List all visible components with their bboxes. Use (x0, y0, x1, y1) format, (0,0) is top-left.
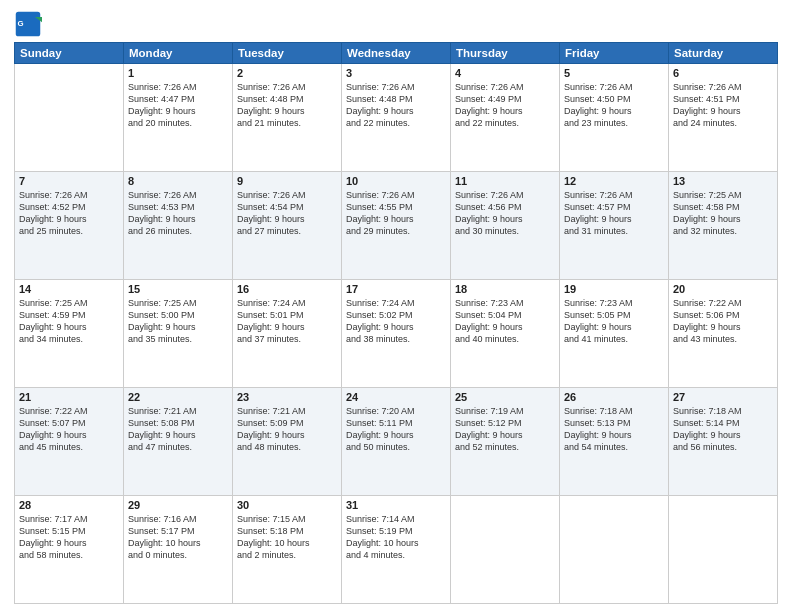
cell-line: Sunrise: 7:24 AM (237, 297, 337, 309)
week-row-3: 14Sunrise: 7:25 AMSunset: 4:59 PMDayligh… (15, 280, 778, 388)
day-cell: 5Sunrise: 7:26 AMSunset: 4:50 PMDaylight… (560, 64, 669, 172)
cell-line: Daylight: 9 hours (455, 213, 555, 225)
cell-line: Sunrise: 7:26 AM (128, 81, 228, 93)
day-number: 14 (19, 283, 119, 295)
day-cell: 3Sunrise: 7:26 AMSunset: 4:48 PMDaylight… (342, 64, 451, 172)
day-number: 20 (673, 283, 773, 295)
day-cell: 12Sunrise: 7:26 AMSunset: 4:57 PMDayligh… (560, 172, 669, 280)
cell-line: and 52 minutes. (455, 441, 555, 453)
cell-line: and 40 minutes. (455, 333, 555, 345)
cell-line: Daylight: 10 hours (237, 537, 337, 549)
day-number: 22 (128, 391, 228, 403)
day-number: 21 (19, 391, 119, 403)
cell-line: and 34 minutes. (19, 333, 119, 345)
cell-line: Sunrise: 7:22 AM (673, 297, 773, 309)
cell-line: Sunset: 4:49 PM (455, 93, 555, 105)
day-header-friday: Friday (560, 43, 669, 64)
cell-line: and 50 minutes. (346, 441, 446, 453)
cell-line: Sunset: 4:55 PM (346, 201, 446, 213)
cell-line: Sunrise: 7:23 AM (564, 297, 664, 309)
cell-line: Sunset: 5:01 PM (237, 309, 337, 321)
cell-line: Sunrise: 7:26 AM (564, 189, 664, 201)
cell-line: Sunset: 4:54 PM (237, 201, 337, 213)
cell-line: Daylight: 9 hours (237, 429, 337, 441)
cell-line: Daylight: 9 hours (673, 105, 773, 117)
cell-line: and 56 minutes. (673, 441, 773, 453)
cell-line: Sunrise: 7:23 AM (455, 297, 555, 309)
cell-line: Sunset: 4:51 PM (673, 93, 773, 105)
cell-line: Sunset: 5:11 PM (346, 417, 446, 429)
day-number: 3 (346, 67, 446, 79)
cell-line: Sunset: 5:12 PM (455, 417, 555, 429)
calendar-page: G SundayMondayTuesdayWednesdayThursdayFr… (0, 0, 792, 612)
cell-line: Sunset: 5:19 PM (346, 525, 446, 537)
day-number: 30 (237, 499, 337, 511)
day-number: 24 (346, 391, 446, 403)
week-row-2: 7Sunrise: 7:26 AMSunset: 4:52 PMDaylight… (15, 172, 778, 280)
day-cell: 15Sunrise: 7:25 AMSunset: 5:00 PMDayligh… (124, 280, 233, 388)
day-number: 4 (455, 67, 555, 79)
cell-line: Sunrise: 7:20 AM (346, 405, 446, 417)
cell-line: and 41 minutes. (564, 333, 664, 345)
day-cell: 14Sunrise: 7:25 AMSunset: 4:59 PMDayligh… (15, 280, 124, 388)
cell-line: Sunset: 4:56 PM (455, 201, 555, 213)
cell-line: Sunrise: 7:16 AM (128, 513, 228, 525)
cell-line: Sunset: 4:53 PM (128, 201, 228, 213)
cell-line: Sunrise: 7:25 AM (673, 189, 773, 201)
cell-line: and 29 minutes. (346, 225, 446, 237)
day-number: 26 (564, 391, 664, 403)
cell-line: Daylight: 9 hours (346, 105, 446, 117)
day-number: 2 (237, 67, 337, 79)
day-number: 25 (455, 391, 555, 403)
cell-line: Sunrise: 7:25 AM (19, 297, 119, 309)
cell-line: Sunrise: 7:26 AM (564, 81, 664, 93)
day-cell: 8Sunrise: 7:26 AMSunset: 4:53 PMDaylight… (124, 172, 233, 280)
cell-line: and 35 minutes. (128, 333, 228, 345)
day-cell: 10Sunrise: 7:26 AMSunset: 4:55 PMDayligh… (342, 172, 451, 280)
day-number: 15 (128, 283, 228, 295)
cell-line: and 32 minutes. (673, 225, 773, 237)
cell-line: and 37 minutes. (237, 333, 337, 345)
day-cell: 31Sunrise: 7:14 AMSunset: 5:19 PMDayligh… (342, 496, 451, 604)
cell-line: Sunset: 5:18 PM (237, 525, 337, 537)
cell-line: Sunrise: 7:18 AM (564, 405, 664, 417)
cell-line: Daylight: 9 hours (128, 321, 228, 333)
cell-line: Sunrise: 7:26 AM (128, 189, 228, 201)
cell-line: Sunrise: 7:26 AM (19, 189, 119, 201)
day-header-thursday: Thursday (451, 43, 560, 64)
day-number: 11 (455, 175, 555, 187)
cell-line: Sunset: 4:47 PM (128, 93, 228, 105)
cell-line: Sunrise: 7:17 AM (19, 513, 119, 525)
cell-line: and 54 minutes. (564, 441, 664, 453)
cell-line: Daylight: 9 hours (19, 537, 119, 549)
cell-line: Daylight: 9 hours (564, 321, 664, 333)
day-cell: 29Sunrise: 7:16 AMSunset: 5:17 PMDayligh… (124, 496, 233, 604)
cell-line: and 22 minutes. (455, 117, 555, 129)
day-cell: 26Sunrise: 7:18 AMSunset: 5:13 PMDayligh… (560, 388, 669, 496)
cell-line: Sunrise: 7:14 AM (346, 513, 446, 525)
day-number: 29 (128, 499, 228, 511)
day-number: 31 (346, 499, 446, 511)
day-cell: 22Sunrise: 7:21 AMSunset: 5:08 PMDayligh… (124, 388, 233, 496)
day-cell: 27Sunrise: 7:18 AMSunset: 5:14 PMDayligh… (669, 388, 778, 496)
cell-line: Sunset: 5:14 PM (673, 417, 773, 429)
cell-line: Sunrise: 7:26 AM (237, 81, 337, 93)
day-cell: 1Sunrise: 7:26 AMSunset: 4:47 PMDaylight… (124, 64, 233, 172)
cell-line: Sunset: 4:58 PM (673, 201, 773, 213)
cell-line: Daylight: 9 hours (128, 429, 228, 441)
cell-line: Daylight: 9 hours (564, 429, 664, 441)
cell-line: Sunrise: 7:18 AM (673, 405, 773, 417)
cell-line: Daylight: 9 hours (346, 321, 446, 333)
day-number: 7 (19, 175, 119, 187)
cell-line: and 30 minutes. (455, 225, 555, 237)
day-number: 18 (455, 283, 555, 295)
cell-line: Sunset: 5:13 PM (564, 417, 664, 429)
cell-line: Daylight: 9 hours (237, 321, 337, 333)
day-header-sunday: Sunday (15, 43, 124, 64)
cell-line: Daylight: 9 hours (346, 429, 446, 441)
cell-line: Sunrise: 7:26 AM (237, 189, 337, 201)
day-cell: 21Sunrise: 7:22 AMSunset: 5:07 PMDayligh… (15, 388, 124, 496)
cell-line: and 0 minutes. (128, 549, 228, 561)
cell-line: Daylight: 9 hours (346, 213, 446, 225)
cell-line: Daylight: 9 hours (564, 105, 664, 117)
